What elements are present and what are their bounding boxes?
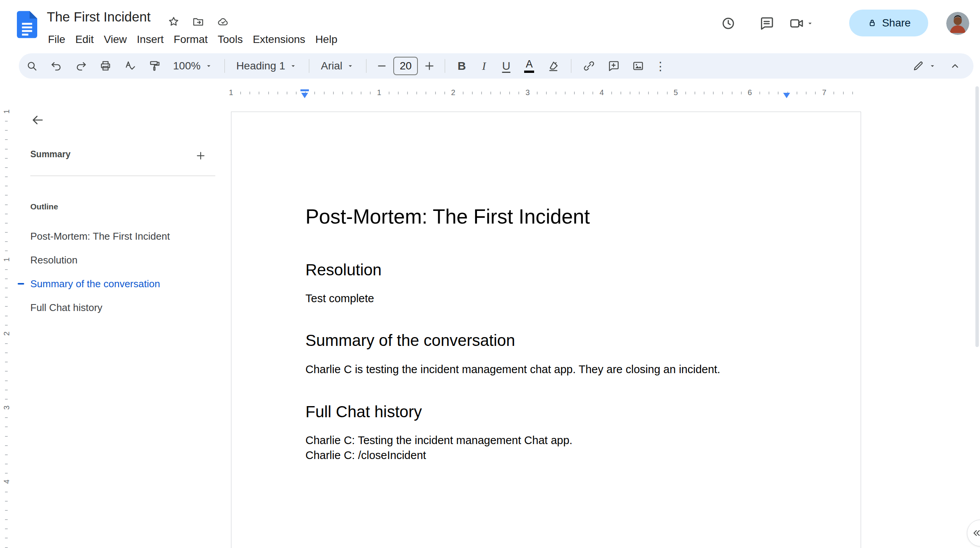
menu-tools[interactable]: Tools	[213, 31, 247, 48]
vertical-scrollbar[interactable]	[975, 86, 979, 347]
toolbar-separator	[224, 59, 225, 73]
font-family-select[interactable]: Arial	[316, 55, 359, 77]
share-button-label: Share	[882, 17, 911, 29]
search-icon	[26, 60, 38, 72]
docs-logo-icon[interactable]	[17, 11, 37, 38]
menu-view[interactable]: View	[99, 31, 132, 48]
menu-help[interactable]: Help	[310, 31, 343, 48]
right-indent-marker[interactable]	[783, 93, 790, 98]
paint-format-icon	[148, 60, 161, 72]
ruler-label: 1	[226, 87, 236, 98]
doc-heading-2[interactable]: Full Chat history	[305, 403, 787, 421]
outline-item[interactable]: Post-Mortem: The First Incident	[0, 224, 230, 248]
document-title-input[interactable]: The First Incident	[47, 8, 150, 25]
comments-icon	[759, 16, 774, 31]
doc-heading-2[interactable]: Summary of the conversation	[305, 331, 787, 350]
increase-font-size-button[interactable]	[421, 55, 438, 77]
star-button[interactable]	[163, 11, 184, 32]
outline-item[interactable]: Full Chat history	[0, 296, 230, 319]
back-arrow-icon	[31, 113, 45, 127]
ruler-label: 1	[374, 87, 384, 98]
menu-file[interactable]: File	[43, 31, 70, 48]
italic-button[interactable]: I	[474, 55, 493, 77]
menu-edit[interactable]: Edit	[70, 31, 99, 48]
cloud-saved-icon	[217, 16, 229, 28]
spellcheck-button[interactable]	[119, 55, 141, 77]
redo-button[interactable]	[70, 55, 92, 77]
more-vertical-icon: ⋮	[655, 59, 666, 73]
zoom-caret-icon	[205, 62, 213, 70]
doc-heading-2[interactable]: Resolution	[305, 261, 787, 279]
editing-mode-select[interactable]	[907, 55, 941, 77]
ruler-label: 2	[448, 87, 458, 98]
paragraph-style-select[interactable]: Heading 1	[232, 55, 302, 77]
toolbar-separator	[571, 59, 571, 73]
plus-icon	[195, 150, 206, 161]
collapse-toolbar-button[interactable]	[944, 55, 966, 77]
move-button[interactable]	[187, 11, 209, 32]
zoom-select[interactable]: 100%	[168, 55, 218, 77]
outline-item-label: Post-Mortem: The First Incident	[30, 230, 170, 242]
underline-button[interactable]: U	[497, 55, 516, 77]
outline-item-active[interactable]: Summary of the conversation	[0, 272, 230, 296]
search-menus-button[interactable]	[21, 55, 43, 77]
print-button[interactable]	[95, 55, 116, 77]
call-dropdown-caret-icon[interactable]	[806, 19, 814, 28]
underline-icon: U	[502, 59, 510, 72]
toolbar: 100% Heading 1 Arial 20 B I U A ⋮	[19, 53, 973, 79]
edit-pencil-icon	[912, 60, 924, 72]
close-summary-panel-button[interactable]	[24, 106, 51, 134]
print-icon	[99, 60, 112, 72]
outline-item[interactable]: Resolution	[0, 248, 230, 272]
sidebar-divider	[30, 176, 215, 176]
doc-paragraph[interactable]: Charlie C: /closeIncident	[305, 448, 787, 463]
style-caret-icon	[289, 62, 297, 70]
doc-paragraph[interactable]: Test complete	[305, 291, 787, 306]
doc-paragraph[interactable]: Charlie C: Testing the incident manageme…	[305, 433, 787, 448]
left-indent-marker[interactable]	[301, 93, 308, 98]
zoom-value: 100%	[173, 60, 201, 72]
highlighter-icon	[547, 60, 559, 72]
menu-format[interactable]: Format	[169, 31, 213, 48]
open-comments-button[interactable]	[756, 12, 778, 35]
share-button[interactable]: Share	[849, 10, 928, 36]
more-toolbar-options-button[interactable]: ⋮	[652, 55, 669, 77]
version-history-button[interactable]	[717, 12, 739, 35]
bold-icon: B	[457, 59, 466, 72]
doc-paragraph[interactable]: Charlie C is testing the incident manage…	[305, 362, 787, 377]
ruler-label: 6	[744, 87, 755, 98]
join-call-button[interactable]	[789, 12, 814, 35]
italic-icon: I	[482, 59, 486, 72]
add-summary-button[interactable]	[190, 145, 212, 167]
outline-panel-title: Outline	[30, 202, 58, 211]
first-line-indent-marker[interactable]	[300, 89, 309, 91]
doc-heading-1[interactable]: Post-Mortem: The First Incident	[305, 205, 787, 229]
mode-caret-icon	[928, 62, 937, 70]
font-size-input[interactable]: 20	[393, 57, 418, 75]
ruler-label: 5	[670, 87, 681, 98]
ruler-ticks	[231, 92, 861, 94]
document-page[interactable]: Post-Mortem: The First Incident Resoluti…	[231, 112, 861, 548]
version-history-icon	[721, 16, 736, 31]
text-color-button[interactable]: A	[519, 55, 539, 77]
add-comment-button[interactable]	[603, 55, 624, 77]
paint-format-button[interactable]	[144, 55, 165, 77]
toolbar-separator	[309, 59, 309, 73]
expand-side-panel-button[interactable]	[967, 520, 980, 546]
font-family-value: Arial	[321, 60, 342, 72]
account-avatar[interactable]	[946, 12, 969, 35]
decrease-font-size-button[interactable]	[373, 55, 390, 77]
bold-button[interactable]: B	[452, 55, 471, 77]
horizontal-ruler: 1 1 2 3 4 5 6 7	[0, 84, 980, 102]
insert-image-button[interactable]	[627, 55, 649, 77]
undo-button[interactable]	[46, 55, 67, 77]
paragraph-style-value: Heading 1	[236, 60, 285, 72]
menu-extensions[interactable]: Extensions	[248, 31, 310, 48]
insert-link-button[interactable]	[578, 55, 600, 77]
toolbar-separator	[366, 59, 366, 73]
highlight-color-button[interactable]	[543, 55, 564, 77]
menu-insert[interactable]: Insert	[132, 31, 169, 48]
document-status-button[interactable]	[212, 11, 234, 32]
google-docs-app: The First Incident File Edit View Insert…	[0, 0, 980, 548]
ruler-label: 7	[819, 87, 829, 98]
